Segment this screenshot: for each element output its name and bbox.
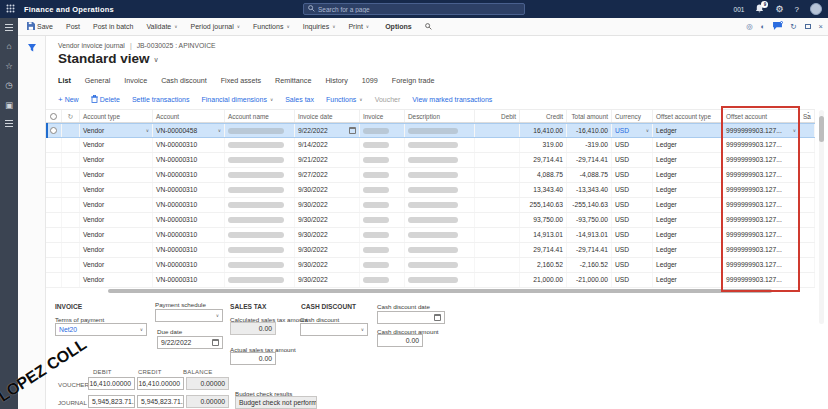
chevron-down-icon[interactable]: ∨ bbox=[146, 124, 149, 137]
chevron-down-icon[interactable]: ∨ bbox=[218, 124, 221, 137]
row-marker-cell[interactable] bbox=[62, 168, 80, 182]
cell-offset-account-type[interactable]: Ledger bbox=[653, 273, 723, 287]
cell-overflow[interactable] bbox=[800, 124, 815, 137]
cell-debit[interactable] bbox=[475, 198, 520, 212]
cell-currency[interactable]: USD∨ bbox=[612, 258, 653, 272]
table-row[interactable]: Vendor∨ VN-00000310∨ 9/30/2022 93,750.00… bbox=[46, 213, 815, 228]
cell-overflow[interactable] bbox=[800, 138, 815, 152]
period-journal-menu[interactable]: Period journal∨ bbox=[191, 23, 241, 30]
global-search[interactable] bbox=[303, 3, 525, 15]
cell-account-name-redacted[interactable] bbox=[225, 243, 295, 257]
cell-credit[interactable]: 4,088.75 bbox=[520, 168, 567, 182]
cell-invoice-date[interactable]: 9/30/2022 bbox=[295, 258, 360, 272]
cell-offset-account[interactable]: 9999999903.127...∨ bbox=[723, 198, 800, 212]
cell-currency[interactable]: USD∨ bbox=[612, 228, 653, 242]
cell-debit[interactable] bbox=[475, 243, 520, 257]
col-total-amount[interactable]: Total amount bbox=[567, 110, 612, 122]
functions-grid-menu[interactable]: Functions∨ bbox=[326, 96, 363, 103]
cell-currency[interactable]: USD∨ bbox=[612, 243, 653, 257]
cell-debit[interactable] bbox=[475, 183, 520, 197]
table-row[interactable]: Vendor∨ VN-00000310∨ 9/30/2022 2,160.52 … bbox=[46, 258, 815, 273]
cell-offset-account-type[interactable]: Ledger bbox=[653, 243, 723, 257]
close-icon[interactable]: × bbox=[819, 23, 823, 31]
cell-offset-account-type[interactable]: Ledger bbox=[653, 228, 723, 242]
col-account-name[interactable]: Account name bbox=[225, 110, 295, 122]
table-row[interactable]: Vendor∨ VN-00000310∨ 9/30/2022 21,000.00… bbox=[46, 273, 815, 288]
row-state-header[interactable]: ↻ bbox=[62, 110, 80, 122]
cell-invoice-redacted[interactable] bbox=[360, 124, 405, 137]
cash-discount-date-field[interactable] bbox=[377, 311, 445, 324]
vertical-scrollbar[interactable] bbox=[819, 110, 824, 324]
cell-account-name-redacted[interactable] bbox=[225, 228, 295, 242]
cell-currency[interactable]: USD∨ bbox=[612, 138, 653, 152]
cell-invoice-redacted[interactable] bbox=[360, 183, 405, 197]
cell-debit[interactable] bbox=[475, 168, 520, 182]
row-marker-cell[interactable] bbox=[62, 138, 80, 152]
radio-icon[interactable] bbox=[50, 127, 57, 134]
table-row[interactable]: Vendor∨ VN-00000310∨ 9/30/2022 14,913.01… bbox=[46, 228, 815, 243]
cell-debit[interactable] bbox=[475, 258, 520, 272]
cell-description-redacted[interactable] bbox=[405, 258, 475, 272]
cell-total-amount[interactable]: -13,343.40 bbox=[567, 183, 612, 197]
tab-foreign-trade[interactable]: Foreign trade bbox=[392, 76, 435, 85]
tab-general[interactable]: General bbox=[85, 76, 111, 85]
row-marker-cell[interactable] bbox=[62, 228, 80, 242]
cell-description-redacted[interactable] bbox=[405, 198, 475, 212]
grid-more-options-icon[interactable]: ⋮ bbox=[804, 111, 812, 120]
col-credit[interactable]: Credit bbox=[520, 110, 567, 122]
row-select-cell[interactable] bbox=[46, 198, 62, 212]
cell-account-name-redacted[interactable] bbox=[225, 198, 295, 212]
row-select-cell[interactable] bbox=[46, 168, 62, 182]
col-offset-account-type[interactable]: Offset account type bbox=[653, 110, 723, 122]
cell-invoice-redacted[interactable] bbox=[360, 198, 405, 212]
delete-button[interactable]: Delete bbox=[91, 95, 120, 104]
cell-total-amount[interactable]: -4,088.75 bbox=[567, 168, 612, 182]
cell-account-type[interactable]: Vendor∨ bbox=[80, 228, 153, 242]
row-select-cell[interactable] bbox=[46, 213, 62, 227]
cell-account-name-redacted[interactable] bbox=[225, 138, 295, 152]
cell-currency[interactable]: USD∨ bbox=[612, 168, 653, 182]
cell-overflow[interactable] bbox=[800, 153, 815, 167]
table-row[interactable]: Vendor∨ VN-00000310∨ 9/30/2022 29,714.41… bbox=[46, 243, 815, 258]
tab-cash-discount[interactable]: Cash discount bbox=[161, 76, 207, 85]
cell-description-redacted[interactable] bbox=[405, 213, 475, 227]
row-marker-cell[interactable] bbox=[62, 258, 80, 272]
cell-offset-account[interactable]: 9999999903.127...∨ bbox=[723, 138, 800, 152]
row-select-cell[interactable] bbox=[46, 124, 62, 137]
cell-credit[interactable]: 13,343.40 bbox=[520, 183, 567, 197]
cell-overflow[interactable] bbox=[800, 213, 815, 227]
cash-discount-amount-field[interactable]: 0.00 bbox=[377, 334, 423, 347]
cell-description-redacted[interactable] bbox=[405, 138, 475, 152]
cell-description-redacted[interactable] bbox=[405, 153, 475, 167]
cell-total-amount[interactable]: -255,140.63 bbox=[567, 198, 612, 212]
refresh-icon[interactable]: ↻ bbox=[790, 23, 796, 31]
cell-debit[interactable] bbox=[475, 138, 520, 152]
cell-total-amount[interactable]: -29,714.41 bbox=[567, 243, 612, 257]
row-marker-cell[interactable] bbox=[62, 124, 80, 137]
cell-account-name-redacted[interactable] bbox=[225, 153, 295, 167]
table-row[interactable]: Vendor∨ VN-00000458∨ 9/22/2022 16,410.00… bbox=[46, 123, 815, 138]
cell-account[interactable]: VN-00000310∨ bbox=[153, 243, 225, 257]
cell-account[interactable]: VN-00000310∨ bbox=[153, 273, 225, 287]
post-button[interactable]: Post bbox=[66, 23, 80, 30]
feedback-bubble-icon[interactable] bbox=[773, 22, 782, 31]
col-invoice-date[interactable]: Invoice date bbox=[295, 110, 360, 122]
row-select-cell[interactable] bbox=[46, 138, 62, 152]
cell-overflow[interactable] bbox=[800, 183, 815, 197]
user-avatar[interactable] bbox=[810, 3, 822, 15]
cell-invoice-date[interactable]: 9/21/2022 bbox=[295, 153, 360, 167]
cell-debit[interactable] bbox=[475, 273, 520, 287]
cell-total-amount[interactable]: -14,913.01 bbox=[567, 228, 612, 242]
notifications-bell-icon[interactable]: 9 bbox=[755, 4, 764, 14]
cash-discount-select[interactable]: ∨ bbox=[300, 323, 368, 336]
sales-tax-button[interactable]: Sales tax bbox=[285, 96, 314, 103]
cell-debit[interactable] bbox=[475, 124, 520, 137]
cell-offset-account[interactable]: 9999999903.127...∨ bbox=[723, 228, 800, 242]
cell-invoice-date[interactable]: 9/30/2022 bbox=[295, 273, 360, 287]
col-account-type[interactable]: Account type bbox=[80, 110, 153, 122]
cell-account[interactable]: VN-00000310∨ bbox=[153, 228, 225, 242]
tab-remittance[interactable]: Remittance bbox=[275, 76, 311, 85]
chevron-down-icon[interactable]: ∨ bbox=[793, 124, 796, 137]
cell-total-amount[interactable]: -21,000.00 bbox=[567, 273, 612, 287]
table-row[interactable]: Vendor∨ VN-00000310∨ 9/21/2022 29,714.41… bbox=[46, 153, 815, 168]
